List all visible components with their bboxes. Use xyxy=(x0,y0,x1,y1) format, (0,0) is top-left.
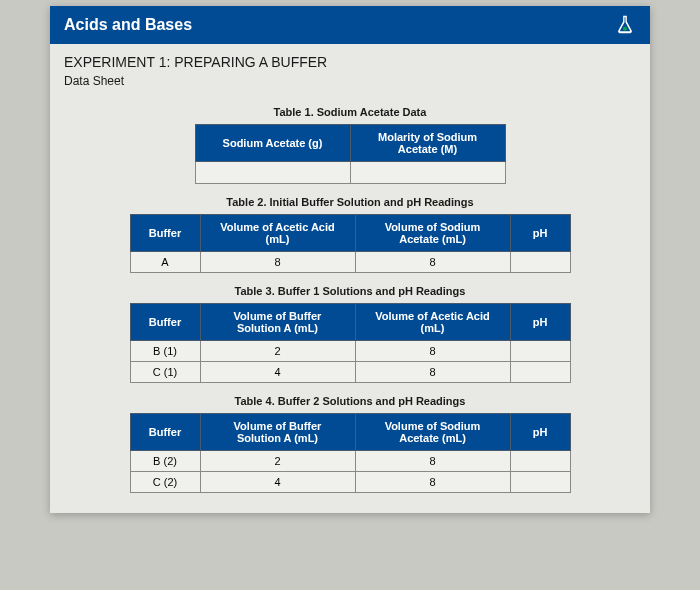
table4-header-c3: Volume of Sodium Acetate (mL) xyxy=(355,414,510,451)
cell-c2: 4 xyxy=(200,472,355,493)
table2: Buffer Volume of Acetic Acid (mL) Volume… xyxy=(130,214,571,273)
flask-icon xyxy=(614,14,636,36)
cell-c3: 8 xyxy=(355,362,510,383)
table4: Buffer Volume of Buffer Solution A (mL) … xyxy=(130,413,571,493)
cell-c2: 2 xyxy=(200,451,355,472)
cell-c3: 8 xyxy=(355,451,510,472)
cell-c3: 8 xyxy=(355,252,510,273)
document-page: Acids and Bases EXPERIMENT 1: PREPARING … xyxy=(50,6,650,513)
cell-c2: 4 xyxy=(200,362,355,383)
table-row: B (1) 2 8 xyxy=(130,341,570,362)
datasheet-label: Data Sheet xyxy=(50,74,650,94)
cell-buffer: A xyxy=(130,252,200,273)
table-row: C (1) 4 8 xyxy=(130,362,570,383)
title-bar: Acids and Bases xyxy=(50,6,650,44)
table2-header-c2: Volume of Acetic Acid (mL) xyxy=(200,215,355,252)
cell-c3: 8 xyxy=(355,341,510,362)
table1-caption: Table 1. Sodium Acetate Data xyxy=(64,106,636,118)
content-area: Table 1. Sodium Acetate Data Sodium Acet… xyxy=(50,106,650,493)
table1-cell xyxy=(350,162,505,184)
table1-cell xyxy=(195,162,350,184)
cell-ph xyxy=(510,252,570,273)
cell-ph xyxy=(510,451,570,472)
cell-ph xyxy=(510,362,570,383)
table4-caption: Table 4. Buffer 2 Solutions and pH Readi… xyxy=(64,395,636,407)
experiment-heading: EXPERIMENT 1: PREPARING A BUFFER xyxy=(50,44,650,74)
table-row: A 8 8 xyxy=(130,252,570,273)
table4-header-buffer: Buffer xyxy=(130,414,200,451)
table3-header-ph: pH xyxy=(510,304,570,341)
table2-header-buffer: Buffer xyxy=(130,215,200,252)
table3-caption: Table 3. Buffer 1 Solutions and pH Readi… xyxy=(64,285,636,297)
cell-c3: 8 xyxy=(355,472,510,493)
table1-header-1: Sodium Acetate (g) xyxy=(195,125,350,162)
cell-buffer: C (1) xyxy=(130,362,200,383)
table2-caption: Table 2. Initial Buffer Solution and pH … xyxy=(64,196,636,208)
cell-buffer: B (2) xyxy=(130,451,200,472)
table1: Sodium Acetate (g) Molarity of Sodium Ac… xyxy=(195,124,506,184)
svg-point-0 xyxy=(623,27,627,31)
table3-header-buffer: Buffer xyxy=(130,304,200,341)
table-row: C (2) 4 8 xyxy=(130,472,570,493)
cell-c2: 2 xyxy=(200,341,355,362)
table4-header-c2: Volume of Buffer Solution A (mL) xyxy=(200,414,355,451)
page-title: Acids and Bases xyxy=(64,16,192,34)
cell-ph xyxy=(510,341,570,362)
table4-header-ph: pH xyxy=(510,414,570,451)
table1-header-2: Molarity of Sodium Acetate (M) xyxy=(350,125,505,162)
table3-header-c2: Volume of Buffer Solution A (mL) xyxy=(200,304,355,341)
table3: Buffer Volume of Buffer Solution A (mL) … xyxy=(130,303,571,383)
table2-header-c3: Volume of Sodium Acetate (mL) xyxy=(355,215,510,252)
table-row: B (2) 2 8 xyxy=(130,451,570,472)
cell-buffer: C (2) xyxy=(130,472,200,493)
cell-ph xyxy=(510,472,570,493)
table3-header-c3: Volume of Acetic Acid (mL) xyxy=(355,304,510,341)
cell-buffer: B (1) xyxy=(130,341,200,362)
cell-c2: 8 xyxy=(200,252,355,273)
table-row xyxy=(195,162,505,184)
table2-header-ph: pH xyxy=(510,215,570,252)
